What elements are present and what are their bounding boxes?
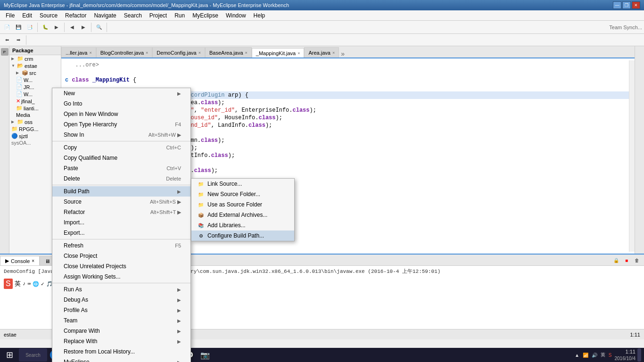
clock[interactable]: 1:11 2016/10/4 <box>615 348 636 361</box>
ctx-copy-qualified[interactable]: Copy Qualified Name <box>52 153 190 163</box>
toolbar-save-all[interactable]: 📑 <box>25 22 35 33</box>
tab-basearea-close[interactable]: × <box>245 50 248 55</box>
toolbar-forward[interactable]: ▶ <box>78 22 89 33</box>
ctx-replace-with[interactable]: Replace With ▶ <box>52 336 190 346</box>
show-desktop[interactable] <box>637 348 641 362</box>
menu-edit[interactable]: Edit <box>18 11 36 20</box>
ctx-myeclipse[interactable]: MyEclipse ▶ <box>52 357 190 362</box>
tab-mappingkit[interactable]: _MappingKit.java × <box>252 48 305 58</box>
tray-input[interactable]: 英 <box>600 352 606 358</box>
taskbar-app4[interactable]: 📷 <box>198 348 212 362</box>
toolbar-new[interactable]: 📄 <box>2 22 12 33</box>
ctx-team[interactable]: Team ▶ <box>52 315 190 326</box>
sub-use-source-folder[interactable]: 📁 Use as Source Folder <box>191 199 294 210</box>
ctx-go-into[interactable]: Go Into <box>52 99 190 109</box>
menu-window[interactable]: Window <box>222 11 250 20</box>
toolbar-save[interactable]: 💾 <box>13 22 24 33</box>
servers-icon: 🖥 <box>45 258 50 264</box>
ctx-refactor[interactable]: Refactor Alt+Shift+T ▶ <box>52 207 190 217</box>
toolbar-run[interactable]: ▶ <box>51 22 62 33</box>
tree-item-w1[interactable]: 📄 W... <box>9 76 61 83</box>
tab-area[interactable]: Area.java × <box>304 47 339 58</box>
ctx-open-type-hierarchy[interactable]: Open Type Hierarchy F4 <box>52 119 190 130</box>
ctx-new[interactable]: New ▶ <box>52 88 190 99</box>
ctx-close-unrelated[interactable]: Close Unrelated Projects <box>52 261 190 272</box>
status-right: 1:11 <box>630 332 640 337</box>
ctx-build-path[interactable]: Build Path ▶ <box>52 186 190 197</box>
tab-democonfg[interactable]: DemoConfig.java × <box>152 47 205 58</box>
menu-help[interactable]: Help <box>250 11 269 20</box>
tray-volume[interactable]: 🔊 <box>591 353 598 358</box>
sub-new-source-folder[interactable]: 📁 New Source Folder... <box>191 189 294 199</box>
ctx-debug-as[interactable]: Debug As ▶ <box>52 295 190 305</box>
ctx-profile-as[interactable]: Profile As ▶ <box>52 305 190 315</box>
menu-search[interactable]: Search <box>120 11 146 20</box>
sub-add-external-archives[interactable]: 📦 Add External Archives... <box>191 210 294 220</box>
ctx-assign-working-sets[interactable]: Assign Working Sets... <box>52 272 190 282</box>
ctx-import[interactable]: Import... <box>52 217 190 228</box>
menu-project[interactable]: Project <box>146 11 171 20</box>
menu-myeclipse[interactable]: MyEclipse <box>189 11 222 20</box>
toolbar2-btn2[interactable]: ➡ <box>13 35 24 45</box>
toolbar2-btn1[interactable]: ⬅ <box>2 35 12 45</box>
tab-controller[interactable]: ...ller.java × <box>61 47 96 58</box>
search-button[interactable]: Search <box>19 348 47 362</box>
tab-basearea[interactable]: BaseArea.java × <box>205 47 252 58</box>
ctx-restore-local[interactable]: Restore from Local History... <box>52 346 190 357</box>
menu-refactor[interactable]: Refactor <box>61 11 90 20</box>
tab-blogcontroller[interactable]: BlogController.java × <box>96 47 153 58</box>
secondary-toolbar: ⬅ ➡ <box>0 34 644 46</box>
ctx-open-new-window[interactable]: Open in New Window <box>52 109 190 119</box>
tray-network[interactable]: 📶 <box>582 353 589 358</box>
perspective-icon[interactable]: P <box>1 48 8 56</box>
start-button[interactable]: ⊞ <box>3 348 16 362</box>
menu-file[interactable]: File <box>2 11 18 20</box>
console-tab-close[interactable]: × <box>32 258 34 263</box>
menu-source[interactable]: Source <box>36 11 61 20</box>
use-source-folder-icon: 📁 <box>197 201 205 208</box>
toolbar-debug[interactable]: 🐛 <box>40 22 50 33</box>
tray-arrow[interactable]: ▲ <box>574 353 580 358</box>
menu-run[interactable]: Run <box>171 11 189 20</box>
ctx-source[interactable]: Source Alt+Shift+S ▶ <box>52 197 190 207</box>
tab-area-label: Area.java <box>308 50 330 56</box>
console-clear[interactable]: 🗑 <box>632 255 642 265</box>
maximize-button[interactable]: ❐ <box>622 1 631 9</box>
console-scroll-lock[interactable]: 🔒 <box>611 255 621 265</box>
more-tabs-button[interactable]: » <box>339 50 347 58</box>
input-symbol3: 🌐 <box>33 281 39 287</box>
tree-item-src[interactable]: ▶ 📦 src <box>9 69 61 76</box>
context-menu: New ▶ Go Into Open in New Window Open Ty… <box>52 88 191 362</box>
ctx-export[interactable]: Export... <box>52 228 190 238</box>
toolbar-search[interactable]: 🔍 <box>94 22 104 33</box>
tab-blogcontroller-close[interactable]: × <box>146 50 148 55</box>
ctx-paste[interactable]: Paste Ctrl+V <box>52 163 190 173</box>
tab-console[interactable]: ▶ Console × <box>0 256 40 265</box>
minimize-button[interactable]: — <box>613 1 621 9</box>
ctx-refresh[interactable]: Refresh F5 <box>52 240 190 251</box>
tab-mappingkit-label: _MappingKit.java <box>256 50 296 56</box>
tab-area-close[interactable]: × <box>332 50 335 55</box>
tab-democonfig-close[interactable]: × <box>198 50 201 55</box>
tab-controller-close[interactable]: × <box>89 50 91 55</box>
tab-mappingkit-close[interactable]: × <box>297 51 300 56</box>
sub-configure-build-path[interactable]: ⚙ Configure Build Path... <box>191 230 294 241</box>
ctx-delete[interactable]: Delete Delete <box>52 173 190 184</box>
ctx-run-as[interactable]: Run As ▶ <box>52 284 190 295</box>
toolbar-sep1 <box>37 23 38 32</box>
ctx-copy[interactable]: Copy Ctrl+C <box>52 142 190 153</box>
editor-scrollbar[interactable] <box>629 60 635 252</box>
sub-link-source[interactable]: 📁 Link Source... <box>191 179 294 189</box>
tree-item-estae[interactable]: ▼ 📂 estae <box>9 62 61 69</box>
ctx-compare-with[interactable]: Compare With ▶ <box>52 326 190 336</box>
ctx-close-project[interactable]: Close Project <box>52 251 190 261</box>
sub-add-libraries[interactable]: 📚 Add Libraries... <box>191 220 294 230</box>
tree-item-crm[interactable]: ▶ 📁 crm <box>9 55 61 62</box>
toolbar-back[interactable]: ◀ <box>67 22 77 33</box>
close-button[interactable]: ✕ <box>632 1 640 9</box>
tray-ime[interactable]: S <box>608 353 613 358</box>
console-terminate[interactable]: ■ <box>621 255 632 265</box>
tab-blogcontroller-label: BlogController.java <box>100 50 144 56</box>
menu-navigate[interactable]: Navigate <box>90 11 120 20</box>
ctx-show-in[interactable]: Show In Alt+Shift+W ▶ <box>52 130 190 140</box>
